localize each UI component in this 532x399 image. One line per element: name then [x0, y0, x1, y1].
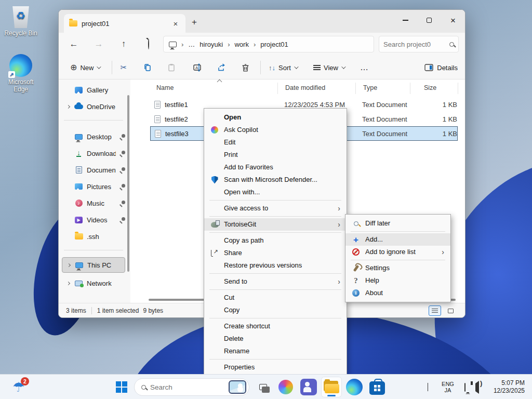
menu-item-copy[interactable]: Copy	[204, 304, 347, 316]
copy-icon	[143, 63, 152, 72]
submenu-item-help[interactable]: ? Help	[345, 274, 450, 287]
sidebar-item-videos[interactable]: ▶ Videos	[62, 212, 125, 227]
menu-item-open[interactable]: Open	[204, 111, 347, 124]
sidebar-item-network[interactable]: Network	[62, 276, 125, 290]
submenu-item-add[interactable]: + Add...	[345, 233, 450, 246]
menu-item-restore-previous-versions[interactable]: Restore previous versions	[204, 259, 347, 272]
cut-button[interactable]: ✂	[115, 60, 132, 75]
taskbar-teams-button[interactable]	[298, 377, 319, 397]
chevron-down-icon	[341, 64, 345, 69]
submenu-item-add-to-ignore-list[interactable]: Add to ignore list ›	[345, 246, 450, 258]
chevron-right-icon[interactable]	[66, 104, 70, 108]
sort-button[interactable]: ↑↓ Sort	[264, 60, 301, 75]
desktop-icon-microsoft-edge[interactable]: ↗ Microsoft Edge	[1, 54, 41, 93]
paste-button[interactable]	[163, 60, 180, 75]
breadcrumb-segment-project01[interactable]: project01	[260, 41, 288, 48]
breadcrumb-segment-hiroyuki[interactable]: hiroyuki	[200, 41, 223, 48]
maximize-button[interactable]	[417, 10, 441, 31]
column-date-modified[interactable]: Date modified	[285, 84, 325, 91]
breadcrumb-segment-work[interactable]: work	[234, 41, 248, 48]
minimize-button[interactable]	[393, 10, 417, 31]
menu-item-edit[interactable]: Edit	[204, 136, 347, 149]
taskbar-store-button[interactable]	[367, 377, 388, 397]
sidebar-item-gallery[interactable]: Gallery	[62, 83, 125, 97]
close-button[interactable]: ×	[441, 10, 465, 31]
menu-item-scan-with-defender[interactable]: Scan with Microsoft Defender...	[204, 174, 347, 186]
column-type[interactable]: Type	[363, 84, 377, 91]
menu-item-ask-copilot[interactable]: Ask Copilot	[204, 124, 347, 136]
forward-button[interactable]: →	[91, 37, 107, 51]
menu-item-send-to[interactable]: Send to ›	[204, 275, 347, 288]
taskbar-copilot-button[interactable]	[275, 377, 296, 397]
selection-size: 9 bytes	[143, 307, 163, 314]
sidebar-item-onedrive[interactable]: OneDrive	[62, 99, 125, 114]
delete-button[interactable]	[236, 60, 254, 75]
search-highlight-image[interactable]	[229, 380, 246, 394]
menu-item-tortoisegit[interactable]: TortoiseGit ›	[204, 218, 347, 231]
task-view-button[interactable]	[252, 377, 273, 397]
submenu-item-settings[interactable]: Settings	[345, 262, 450, 274]
new-tab-button[interactable]: +	[192, 17, 197, 28]
sidebar-item-pictures[interactable]: Pictures	[62, 179, 125, 194]
large-icons-view-toggle[interactable]	[444, 305, 457, 316]
clock[interactable]: 5:07 PM 12/23/2025	[486, 379, 532, 395]
breadcrumb[interactable]: › … hiroyuki › work › project01	[163, 36, 374, 52]
tray-overflow-button[interactable]	[420, 383, 435, 391]
back-button[interactable]: ←	[66, 37, 82, 51]
sidebar-scrollbar[interactable]	[127, 95, 129, 272]
taskbar-file-explorer-button[interactable]	[321, 377, 342, 397]
rename-icon: A	[193, 63, 202, 72]
taskbar-weather-widget[interactable]: ☂ 2	[5, 377, 32, 397]
chevron-right-icon[interactable]	[67, 263, 71, 267]
up-button[interactable]: ↑	[116, 37, 131, 51]
rename-button[interactable]: A	[189, 60, 206, 75]
menu-item-cut[interactable]: Cut	[204, 291, 347, 304]
explorer-search-input[interactable]	[383, 41, 449, 48]
menu-item-open-with[interactable]: Open with...	[204, 186, 347, 198]
menu-item-give-access-to[interactable]: Give access to ›	[204, 202, 347, 215]
tab-project01[interactable]: project01 ×	[64, 14, 185, 33]
copy-button[interactable]	[139, 60, 156, 75]
menu-item-print[interactable]: Print	[204, 149, 347, 161]
volume-tray-button[interactable]	[470, 383, 486, 391]
details-view-toggle[interactable]	[429, 305, 441, 316]
submenu-item-diff-later[interactable]: Diff later	[345, 217, 450, 230]
menu-item-copy-as-path[interactable]: Copy as path	[204, 234, 347, 247]
network-tray-button[interactable]	[460, 383, 470, 391]
sidebar-item-downloads[interactable]: ↓ Downloads	[62, 146, 125, 161]
command-toolbar: ⊕ New ✂	[59, 56, 465, 79]
taskbar-search-input[interactable]	[150, 383, 224, 391]
column-name[interactable]: Name	[156, 84, 174, 91]
menu-item-properties[interactable]: Properties	[204, 361, 347, 374]
details-pane-button[interactable]: Details	[424, 60, 458, 75]
network-icon	[75, 281, 83, 286]
plus-circle-icon: ⊕	[70, 63, 77, 72]
taskbar-edge-button[interactable]	[344, 377, 365, 397]
taskbar-search-box[interactable]	[134, 378, 249, 396]
explorer-search-box[interactable]	[379, 36, 459, 52]
submenu-item-about[interactable]: i About	[345, 287, 450, 299]
more-options-button[interactable]: …	[356, 60, 373, 75]
sidebar-item-this-pc[interactable]: This PC	[62, 257, 125, 273]
menu-item-share[interactable]: Share	[204, 247, 347, 259]
sidebar-item-ssh[interactable]: .ssh	[62, 229, 125, 244]
breadcrumb-ellipsis[interactable]: …	[188, 41, 195, 48]
tab-close-icon[interactable]: ×	[171, 19, 180, 28]
start-button[interactable]	[111, 377, 132, 397]
view-button[interactable]: View	[309, 60, 349, 75]
desktop-icon-recycle-bin[interactable]: ♻ Recycle Bin	[1, 6, 41, 37]
chevron-down-icon	[97, 64, 101, 69]
new-button[interactable]: ⊕ New	[66, 60, 104, 75]
menu-item-rename[interactable]: Rename	[204, 345, 347, 357]
menu-item-add-to-favorites[interactable]: Add to Favorites	[204, 161, 347, 174]
share-button[interactable]	[212, 60, 230, 75]
column-size[interactable]: Size	[424, 84, 436, 91]
sidebar-item-documents[interactable]: Documents	[62, 163, 125, 177]
refresh-button[interactable]	[141, 37, 156, 51]
sidebar-item-music[interactable]: ♪ Music	[62, 196, 125, 210]
sidebar-item-desktop[interactable]: Desktop	[62, 129, 125, 144]
language-indicator[interactable]: ENG JA	[435, 381, 460, 394]
menu-item-create-shortcut[interactable]: Create shortcut	[204, 320, 347, 332]
chevron-right-icon[interactable]	[66, 281, 70, 285]
menu-item-delete[interactable]: Delete	[204, 332, 347, 345]
